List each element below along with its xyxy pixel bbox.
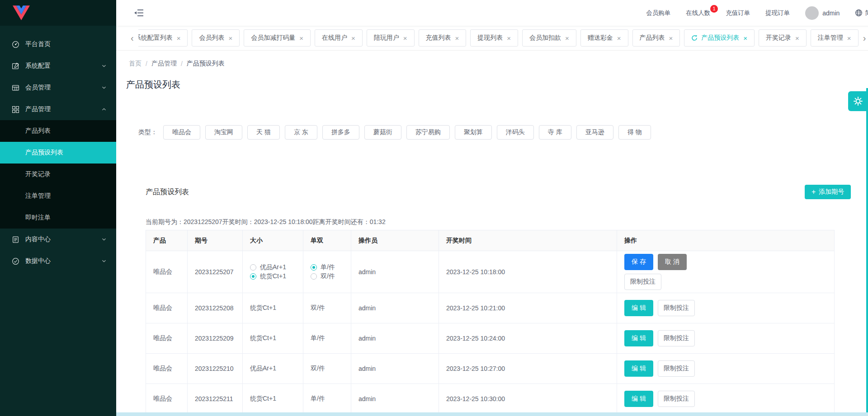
col-size: 大小 bbox=[243, 230, 303, 251]
breadcrumb-home[interactable]: 首页 bbox=[129, 60, 142, 68]
tabs-scroll-right-icon[interactable]: › bbox=[862, 33, 867, 42]
tab-member-list[interactable]: 会员列表× bbox=[192, 29, 240, 47]
tab-member-adjust[interactable]: 会员加扣款× bbox=[522, 29, 576, 47]
close-icon[interactable]: × bbox=[403, 35, 407, 42]
sidebar-item-system-config[interactable]: 系统配置 bbox=[0, 55, 116, 77]
cell-operator: admin bbox=[351, 293, 439, 323]
close-icon[interactable]: × bbox=[847, 35, 851, 42]
breadcrumb-product-mgmt[interactable]: 产品管理 bbox=[151, 60, 177, 68]
chevron-up-icon bbox=[101, 106, 107, 112]
type-filter-button[interactable]: 淘宝网 bbox=[205, 125, 242, 140]
sidebar-subitem-bet-mgmt[interactable]: 注单管理 bbox=[0, 185, 116, 207]
sidebar-item-data-center[interactable]: 数据中心 bbox=[0, 250, 116, 272]
table-row: 唯品会 20231225210 优品Ar+1 双/件 admin 2023-12… bbox=[146, 354, 835, 384]
language-switcher[interactable]: 简体 bbox=[855, 9, 868, 17]
nav-withdraw-orders[interactable]: 提现订单 bbox=[765, 9, 790, 17]
type-filter-button[interactable]: 天 猫 bbox=[247, 125, 280, 140]
tab-online-users[interactable]: 在线用户× bbox=[315, 29, 363, 47]
tab-recharge-list[interactable]: 充值列表× bbox=[419, 29, 467, 47]
tab-label: 陪玩用户 bbox=[374, 34, 399, 42]
refresh-icon[interactable] bbox=[691, 35, 698, 41]
horizontal-scrollbar[interactable] bbox=[116, 412, 868, 416]
close-icon[interactable]: × bbox=[177, 35, 181, 42]
type-filter-button[interactable]: 苏宁易购 bbox=[406, 125, 450, 140]
nav-recharge-orders[interactable]: 充值订单 bbox=[726, 9, 750, 17]
nav-member-orders[interactable]: 会员购单 bbox=[646, 9, 670, 17]
cell-product: 唯品会 bbox=[146, 293, 188, 323]
edit-button[interactable]: 编 辑 bbox=[624, 360, 653, 377]
tab-bonus-gift[interactable]: 赠送彩金× bbox=[580, 29, 628, 47]
add-period-button[interactable]: + 添加期号 bbox=[805, 185, 851, 199]
close-icon[interactable]: × bbox=[795, 35, 799, 42]
tabs-scroll-left-icon[interactable]: ‹ bbox=[130, 33, 135, 42]
type-filter-button[interactable]: 亚马逊 bbox=[576, 125, 613, 140]
sidebar-item-content-center[interactable]: 内容中心 bbox=[0, 229, 116, 250]
sidebar-item-product-mgmt[interactable]: 产品管理 bbox=[0, 98, 116, 120]
close-icon[interactable]: × bbox=[507, 35, 511, 42]
close-icon[interactable]: × bbox=[565, 35, 569, 42]
cell-size: 统货Ct+1 bbox=[243, 323, 303, 354]
parity-option-even[interactable]: 双/件 bbox=[311, 272, 344, 281]
table-row: 唯品会 20231225209 统货Ct+1 单/件 admin 2023-12… bbox=[146, 323, 835, 354]
type-filter-button[interactable]: 唯品会 bbox=[163, 125, 200, 140]
sidebar-subitem-product-preset-list[interactable]: 产品预设列表 bbox=[0, 142, 116, 164]
edit-button[interactable]: 编 辑 bbox=[624, 300, 653, 316]
close-icon[interactable]: × bbox=[299, 35, 303, 42]
size-option-bulk[interactable]: 统货Ct+1 bbox=[250, 272, 296, 281]
parity-option-odd[interactable]: 单/件 bbox=[311, 263, 344, 272]
sidebar-subitem-draw-records[interactable]: 开奖记录 bbox=[0, 164, 116, 185]
close-icon[interactable]: × bbox=[455, 35, 459, 42]
cell-draw-time: 2023-12-25 10:21:00 bbox=[439, 293, 617, 323]
sidebar-item-platform-home[interactable]: 平台首页 bbox=[0, 33, 116, 55]
type-filter-row: 类型： 唯品会 淘宝网 天 猫 京 东 拼多多 蘑菇街 苏宁易购 聚划算 洋码头… bbox=[138, 125, 868, 140]
sidebar-item-label: 数据中心 bbox=[25, 257, 101, 265]
type-filter-button[interactable]: 寺 库 bbox=[539, 125, 571, 140]
tab-product-list[interactable]: 产品列表× bbox=[632, 29, 680, 47]
save-button[interactable]: 保 存 bbox=[624, 254, 653, 270]
sidebar-subitem-realtime-bets[interactable]: 即时注单 bbox=[0, 207, 116, 229]
settings-gear-button[interactable] bbox=[848, 91, 868, 111]
close-icon[interactable]: × bbox=[351, 35, 355, 42]
limit-bet-button[interactable]: 限制投注 bbox=[658, 360, 695, 377]
cell-period: 20231225208 bbox=[188, 293, 243, 323]
sidebar-item-label: 注单管理 bbox=[25, 192, 51, 200]
sidebar-item-member-mgmt[interactable]: 会员管理 bbox=[0, 77, 116, 98]
edit-button[interactable]: 编 辑 bbox=[624, 391, 653, 407]
logo[interactable] bbox=[0, 0, 116, 26]
limit-bet-button[interactable]: 限制投注 bbox=[658, 330, 695, 346]
close-icon[interactable]: × bbox=[743, 35, 747, 42]
close-icon[interactable]: × bbox=[228, 35, 232, 42]
nav-online-count[interactable]: 在线人数 1 bbox=[686, 9, 710, 17]
type-filter-button[interactable]: 得 物 bbox=[618, 125, 651, 140]
cell-operator: admin bbox=[351, 251, 439, 293]
type-filter-button[interactable]: 蘑菇街 bbox=[364, 125, 401, 140]
tab-member-code-adjust[interactable]: 会员加减打码量× bbox=[244, 29, 311, 47]
limit-bet-button[interactable]: 限制投注 bbox=[658, 391, 695, 407]
breadcrumb: 首页 / 产品管理 / 产品预设列表 bbox=[129, 60, 868, 68]
tab-escort-users[interactable]: 陪玩用户× bbox=[367, 29, 415, 47]
user-menu[interactable]: admin bbox=[805, 6, 840, 20]
size-option-premium[interactable]: 优品Ar+1 bbox=[250, 263, 296, 272]
limit-bet-button[interactable]: 限制投注 bbox=[658, 300, 695, 316]
chevron-down-icon bbox=[101, 63, 107, 69]
limit-bet-button[interactable]: 限制投注 bbox=[624, 274, 661, 290]
close-icon[interactable]: × bbox=[617, 35, 621, 42]
sidebar-subitem-product-list[interactable]: 产品列表 bbox=[0, 120, 116, 142]
tab-draw-records[interactable]: 开奖记录× bbox=[759, 29, 807, 47]
type-filter-button[interactable]: 聚划算 bbox=[455, 125, 492, 140]
cancel-button[interactable]: 取 消 bbox=[658, 254, 687, 270]
tab-system-config-list[interactable]: 系统配置列表× bbox=[138, 29, 188, 47]
header-right-nav: 会员购单 在线人数 1 充值订单 提现订单 admin 简体 bbox=[646, 6, 868, 20]
edit-button[interactable]: 编 辑 bbox=[624, 330, 653, 346]
add-period-label: 添加期号 bbox=[819, 188, 844, 196]
menu-fold-button[interactable] bbox=[134, 9, 143, 17]
tab-bet-mgmt[interactable]: 注单管理× bbox=[811, 29, 859, 47]
tab-withdraw-list[interactable]: 提现列表× bbox=[470, 29, 518, 47]
type-filter-button[interactable]: 洋码头 bbox=[497, 125, 534, 140]
tab-product-preset-list[interactable]: 产品预设列表 × bbox=[684, 29, 755, 47]
type-filter-button[interactable]: 拼多多 bbox=[322, 125, 359, 140]
close-icon[interactable]: × bbox=[669, 35, 673, 42]
card-title: 产品预设列表 bbox=[146, 187, 189, 197]
sidebar-item-label: 系统配置 bbox=[25, 62, 101, 70]
type-filter-button[interactable]: 京 东 bbox=[285, 125, 317, 140]
